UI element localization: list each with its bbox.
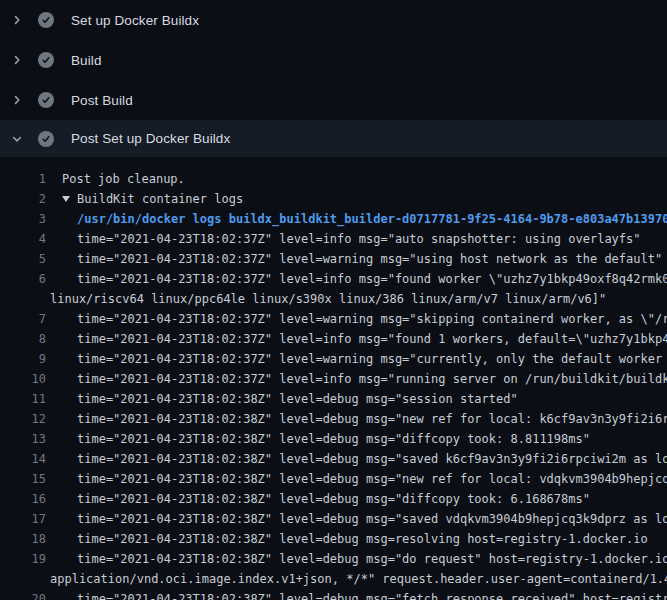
log-line-text: application/vnd.oci.image.index.v1+json,…: [46, 569, 667, 589]
log-line-number[interactable]: 15: [0, 469, 46, 489]
log-line-text: time="2021-04-23T18:02:37Z" level=info m…: [46, 269, 667, 289]
step-success-check-icon: [38, 52, 54, 68]
log-line-text: time="2021-04-23T18:02:37Z" level=info m…: [46, 369, 667, 389]
log-line-text: /usr/bin/docker logs buildx_buildkit_bui…: [46, 209, 667, 229]
log-line-text: time="2021-04-23T18:02:37Z" level=warnin…: [46, 249, 667, 269]
step-row[interactable]: Set up Docker Buildx: [0, 0, 667, 40]
log-line-number[interactable]: 16: [0, 489, 46, 509]
log-line-text: time="2021-04-23T18:02:38Z" level=debug …: [46, 429, 667, 449]
step-success-check-icon: [38, 12, 54, 28]
log-line-number[interactable]: 14: [0, 449, 46, 469]
log-line-number[interactable]: 5: [0, 249, 46, 269]
chevron-right-icon: [10, 13, 24, 27]
log-line-number[interactable]: 17: [0, 509, 46, 529]
log-line-number[interactable]: 3: [0, 209, 46, 229]
log-line-number[interactable]: 9: [0, 349, 46, 369]
log-line-text: linux/riscv64 linux/ppc64le linux/s390x …: [46, 289, 667, 309]
step-success-check-icon: [38, 131, 54, 147]
log-line: 5 time="2021-04-23T18:02:37Z" level=warn…: [0, 249, 667, 269]
log-line-text: Post job cleanup.: [46, 169, 667, 189]
log-line-number[interactable]: 2: [0, 189, 46, 209]
log-lines: 1 Post job cleanup. 2 BuildKit container…: [0, 157, 667, 600]
log-line-number[interactable]: 8: [0, 329, 46, 349]
log-line: 4 time="2021-04-23T18:02:37Z" level=info…: [0, 229, 667, 249]
log-line-number[interactable]: 11: [0, 389, 46, 409]
step-success-check-icon: [38, 92, 54, 108]
log-line: 19 time="2021-04-23T18:02:38Z" level=deb…: [0, 549, 667, 569]
step-name: Post Set up Docker Buildx: [71, 131, 230, 146]
log-line-text: time="2021-04-23T18:02:38Z" level=debug …: [46, 549, 667, 569]
group-expander-triangle-icon[interactable]: [62, 196, 70, 202]
log-line-text: time="2021-04-23T18:02:38Z" level=debug …: [46, 529, 667, 549]
log-line: 7 time="2021-04-23T18:02:37Z" level=warn…: [0, 309, 667, 329]
log-line-text: BuildKit container logs: [46, 189, 667, 209]
log-line: 2 BuildKit container logs: [0, 189, 667, 209]
log-line: 10 time="2021-04-23T18:02:37Z" level=inf…: [0, 369, 667, 389]
log-line: 14 time="2021-04-23T18:02:38Z" level=deb…: [0, 449, 667, 469]
log-line-number[interactable]: 4: [0, 229, 46, 249]
log-line: 8 time="2021-04-23T18:02:37Z" level=info…: [0, 329, 667, 349]
log-line: 9 time="2021-04-23T18:02:37Z" level=warn…: [0, 349, 667, 369]
log-line-text: time="2021-04-23T18:02:37Z" level=info m…: [46, 229, 667, 249]
chevron-down-icon: [10, 132, 24, 146]
log-line: 18 time="2021-04-23T18:02:38Z" level=deb…: [0, 529, 667, 549]
log-line-number[interactable]: 19: [0, 549, 46, 569]
chevron-right-icon: [10, 93, 24, 107]
log-line-number[interactable]: 13: [0, 429, 46, 449]
log-line-text: time="2021-04-23T18:02:38Z" level=debug …: [46, 509, 667, 529]
log-line: 15 time="2021-04-23T18:02:38Z" level=deb…: [0, 469, 667, 489]
log-line-number[interactable]: 10: [0, 369, 46, 389]
log-line: 12 time="2021-04-23T18:02:38Z" level=deb…: [0, 409, 667, 429]
log-line-number[interactable]: 12: [0, 409, 46, 429]
step-row[interactable]: Post Set up Docker Buildx: [0, 120, 667, 157]
log-line: linux/riscv64 linux/ppc64le linux/s390x …: [0, 289, 667, 309]
log-line-number[interactable]: 1: [0, 169, 46, 189]
log-line: application/vnd.oci.image.index.v1+json,…: [0, 569, 667, 589]
log-line: 6 time="2021-04-23T18:02:37Z" level=info…: [0, 269, 667, 289]
log-line: 3 /usr/bin/docker logs buildx_buildkit_b…: [0, 209, 667, 229]
log-line-text: time="2021-04-23T18:02:38Z" level=debug …: [46, 449, 667, 469]
step-name: Set up Docker Buildx: [71, 13, 199, 28]
log-line-text: time="2021-04-23T18:02:38Z" level=debug …: [46, 389, 667, 409]
log-line-text: time="2021-04-23T18:02:38Z" level=debug …: [46, 469, 667, 489]
log-line-text: time="2021-04-23T18:02:38Z" level=debug …: [46, 489, 667, 509]
chevron-right-icon: [10, 53, 24, 67]
log-line-text: time="2021-04-23T18:02:37Z" level=info m…: [46, 329, 667, 349]
log-line-text: time="2021-04-23T18:02:38Z" level=debug …: [46, 409, 667, 429]
step-row[interactable]: Build: [0, 40, 667, 80]
log-line: 11 time="2021-04-23T18:02:38Z" level=deb…: [0, 389, 667, 409]
log-line-number[interactable]: 18: [0, 529, 46, 549]
log-line: 16 time="2021-04-23T18:02:38Z" level=deb…: [0, 489, 667, 509]
log-line-text: time="2021-04-23T18:02:37Z" level=warnin…: [46, 349, 667, 369]
log-line: 13 time="2021-04-23T18:02:38Z" level=deb…: [0, 429, 667, 449]
step-name: Build: [71, 53, 102, 68]
log-line-number[interactable]: 6: [0, 269, 46, 289]
step-list: Set up Docker Buildx Build Post Build Po…: [0, 0, 667, 157]
log-line-number[interactable]: 7: [0, 309, 46, 329]
log-line: 17 time="2021-04-23T18:02:38Z" level=deb…: [0, 509, 667, 529]
step-row[interactable]: Post Build: [0, 80, 667, 120]
step-name: Post Build: [71, 93, 133, 108]
log-line: 20 time="2021-04-23T18:02:38Z" level=deb…: [0, 589, 667, 600]
log-line-text: time="2021-04-23T18:02:37Z" level=warnin…: [46, 309, 667, 329]
log-line-number[interactable]: 20: [0, 589, 46, 600]
log-line: 1 Post job cleanup.: [0, 169, 667, 189]
log-line-text: time="2021-04-23T18:02:38Z" level=debug …: [46, 589, 667, 600]
